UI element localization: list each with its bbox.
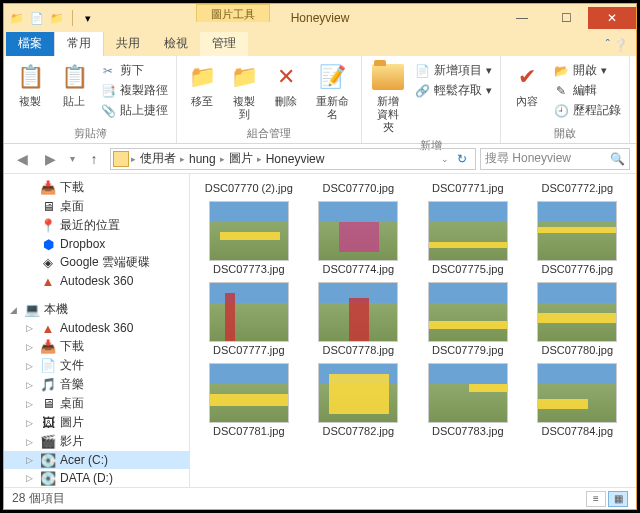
expand-icon[interactable]: ▷ [26,361,36,371]
file-item[interactable]: DSC07782.jpg [306,363,412,438]
tree-this-pc[interactable]: ◢💻本機 [4,300,189,319]
expand-icon[interactable]: ▷ [26,418,36,428]
tab-share[interactable]: 共用 [104,31,152,56]
properties-icon[interactable]: 📄 [28,9,46,27]
file-item[interactable]: DSC07772.jpg [525,180,631,195]
file-item[interactable]: DSC07770.jpg [306,180,412,195]
move-to-button[interactable]: 📁移至 [183,59,221,124]
file-item[interactable]: DSC07776.jpg [525,201,631,276]
details-view-button[interactable]: ≡ [586,491,606,507]
tree-dropbox[interactable]: ⬢Dropbox [4,235,189,253]
quick-access-toolbar: 📁 📄 📁 ▾ [4,7,101,29]
properties-button[interactable]: ✔內容 [507,59,547,124]
folder-icon[interactable]: 📁 [8,9,26,27]
expand-icon[interactable]: ▷ [26,437,36,447]
new-item-button[interactable]: 📄新增項目 ▾ [412,61,494,80]
paste-button[interactable]: 📋貼上 [54,59,94,124]
file-grid[interactable]: DSC07770 (2).jpgDSC07770.jpgDSC07771.jpg… [190,174,636,487]
file-item[interactable]: DSC07771.jpg [415,180,521,195]
copy-path-button[interactable]: 📑複製路徑 [98,81,170,100]
tab-view[interactable]: 檢視 [152,31,200,56]
expand-icon[interactable]: ▷ [26,342,36,352]
expand-icon[interactable]: ▷ [26,380,36,390]
tree-downloads[interactable]: 📥下載 [4,178,189,197]
expand-icon[interactable]: ▷ [26,473,36,483]
file-item[interactable]: DSC07784.jpg [525,363,631,438]
tree-desktop[interactable]: 🖥桌面 [4,197,189,216]
copy-to-button[interactable]: 📁複製到 [225,59,263,124]
paste-shortcut-button[interactable]: 📎貼上捷徑 [98,101,170,120]
tree-desktop-2[interactable]: ▷🖥桌面 [4,394,189,413]
thumbnails-view-button[interactable]: ▦ [608,491,628,507]
tree-documents[interactable]: ▷📄文件 [4,356,189,375]
crumb[interactable]: 使用者 [138,150,178,167]
ribbon-group-clipboard: 📋複製 📋貼上 ✂剪下 📑複製路徑 📎貼上捷徑 剪貼簿 [4,56,177,143]
file-name: DSC07779.jpg [432,344,504,357]
forward-button[interactable]: ▶ [38,147,62,171]
crumb[interactable]: hung [187,152,218,166]
cut-button[interactable]: ✂剪下 [98,61,170,80]
qat-dropdown-icon[interactable]: ▾ [79,9,97,27]
close-button[interactable]: ✕ [588,7,636,29]
refresh-icon[interactable]: ↻ [451,152,473,166]
tree-data-d[interactable]: ▷💽DATA (D:) [4,469,189,487]
tree-autodesk[interactable]: ▲Autodesk 360 [4,272,189,290]
file-item[interactable]: DSC07783.jpg [415,363,521,438]
maximize-button[interactable]: ☐ [544,7,588,29]
select-none-button[interactable]: ▢全部不選 [636,81,640,100]
expand-icon[interactable]: ▷ [26,455,36,465]
crumb[interactable]: Honeyview [264,152,327,166]
tab-manage[interactable]: 管理 [200,31,248,56]
file-item[interactable]: DSC07774.jpg [306,201,412,276]
history-button[interactable]: 🕘歷程記錄 [551,101,623,120]
copy-button[interactable]: 📋複製 [10,59,50,124]
navigation-tree[interactable]: 📥下載 🖥桌面 📍最近的位置 ⬢Dropbox ◈Google 雲端硬碟 ▲Au… [4,174,190,487]
edit-button[interactable]: ✎編輯 [551,81,623,100]
tree-autodesk-2[interactable]: ▷▲Autodesk 360 [4,319,189,337]
ribbon-group-open: ✔內容 📂開啟 ▾ ✎編輯 🕘歷程記錄 開啟 [501,56,630,143]
content-area: 📥下載 🖥桌面 📍最近的位置 ⬢Dropbox ◈Google 雲端硬碟 ▲Au… [4,174,636,487]
tree-downloads-2[interactable]: ▷📥下載 [4,337,189,356]
titlebar[interactable]: 📁 📄 📁 ▾ 圖片工具 Honeyview — ☐ ✕ [4,4,636,32]
search-input[interactable]: 搜尋 Honeyview 🔍 [480,148,630,170]
recent-dropdown-icon[interactable]: ▾ [66,147,78,171]
tree-pictures[interactable]: ▷🖼圖片 [4,413,189,432]
expand-icon[interactable]: ◢ [10,305,20,315]
new-folder-button[interactable]: 新增 資料夾 [368,59,408,136]
invert-selection-button[interactable]: ◧反向選擇 [636,101,640,120]
file-item[interactable]: DSC07780.jpg [525,282,631,357]
file-name: DSC07777.jpg [213,344,285,357]
file-item[interactable]: DSC07781.jpg [196,363,302,438]
tree-music[interactable]: ▷🎵音樂 [4,375,189,394]
easy-access-button[interactable]: 🔗輕鬆存取 ▾ [412,81,494,100]
ribbon-help-icon[interactable]: ˆ ❔ [598,34,636,56]
file-item[interactable]: DSC07773.jpg [196,201,302,276]
up-button[interactable]: ↑ [82,147,106,171]
ribbon-group-new: 新增 資料夾 📄新增項目 ▾ 🔗輕鬆存取 ▾ 新增 [362,56,501,143]
select-all-button[interactable]: ▦全選 [636,61,640,80]
crumb[interactable]: 圖片 [227,150,255,167]
file-item[interactable]: DSC07779.jpg [415,282,521,357]
tab-home[interactable]: 常用 [54,30,104,56]
delete-button[interactable]: ✕刪除 [267,59,305,124]
new-folder-icon[interactable]: 📁 [48,9,66,27]
tree-recent[interactable]: 📍最近的位置 [4,216,189,235]
context-tab-header: 圖片工具 [196,4,270,22]
file-item[interactable]: DSC07778.jpg [306,282,412,357]
tree-gdrive[interactable]: ◈Google 雲端硬碟 [4,253,189,272]
rename-button[interactable]: 📝重新命名 [309,59,355,124]
tree-videos[interactable]: ▷🎬影片 [4,432,189,451]
breadcrumb[interactable]: ▸ 使用者▸ hung▸ 圖片▸ Honeyview ⌄ ↻ [110,148,476,170]
chevron-down-icon[interactable]: ⌄ [441,154,449,164]
minimize-button[interactable]: — [500,7,544,29]
back-button[interactable]: ◀ [10,147,34,171]
expand-icon[interactable]: ▷ [26,399,36,409]
file-item[interactable]: DSC07770 (2).jpg [196,180,302,195]
file-item[interactable]: DSC07777.jpg [196,282,302,357]
expand-icon[interactable]: ▷ [26,323,36,333]
tab-file[interactable]: 檔案 [6,31,54,56]
file-item[interactable]: DSC07775.jpg [415,201,521,276]
tree-acer-c[interactable]: ▷💽Acer (C:) [4,451,189,469]
thumbnail [209,363,289,423]
open-button[interactable]: 📂開啟 ▾ [551,61,623,80]
